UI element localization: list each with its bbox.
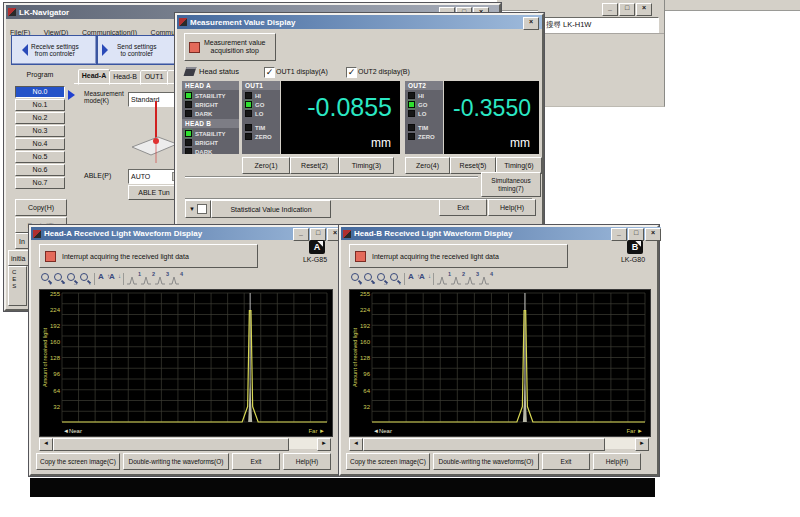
window-icon — [33, 230, 41, 238]
head-status-row: Head status — [185, 67, 239, 76]
horizontal-scrollbar[interactable]: ◄ ► — [349, 438, 649, 449]
dialog-titlebar[interactable]: Measurement Value Display — [177, 15, 542, 29]
zoom-horizontal-icon[interactable]: ↔ — [375, 272, 388, 286]
out1-unit: mm — [371, 136, 391, 150]
program-item-no-0[interactable]: No.0 — [15, 86, 65, 98]
led-label: BRIGHT — [195, 102, 218, 108]
zero1-button[interactable]: Zero(1) — [242, 157, 290, 174]
waveform-preset-2-icon[interactable]: 2 — [141, 272, 155, 286]
copy-button[interactable]: Copy(H) — [15, 199, 67, 216]
out2-display-checkbox[interactable]: ✓ — [346, 67, 357, 78]
zoom-in-icon[interactable]: + — [39, 272, 52, 286]
waveform-preset-1-icon[interactable]: 1 — [437, 272, 451, 286]
svg-text:160: 160 — [360, 339, 371, 345]
waveform-preset-4-icon[interactable]: 4 — [169, 272, 183, 286]
dialog-exit-button[interactable]: Exit — [439, 199, 487, 216]
lo-led-icon — [245, 110, 252, 117]
close-icon[interactable]: × — [523, 17, 539, 30]
program-item-no-5[interactable]: No.5 — [15, 151, 65, 163]
dialog-help-button[interactable]: Help(H) — [488, 199, 536, 216]
interrupt-label: Interrupt acquiring the received light d… — [62, 253, 189, 260]
head-icon — [184, 67, 197, 76]
program-item-no-1[interactable]: No.1 — [15, 99, 65, 111]
zoom-horizontal-icon[interactable]: ↔ — [65, 272, 78, 286]
led-label: DARK — [195, 111, 212, 117]
led-tim: TIM — [408, 124, 440, 131]
out1-led-panel: OUT1 HIGOLOTIMZERO — [242, 81, 280, 154]
waveform-help-button[interactable]: Help(H) — [593, 453, 641, 470]
stop-icon — [189, 42, 200, 53]
search-input[interactable]: 搜尋 LK-H1W — [543, 17, 659, 33]
environment-settings-button-clipped[interactable]: C E S — [8, 266, 27, 306]
svg-text:224: 224 — [50, 307, 61, 313]
dark-led-icon — [185, 148, 192, 154]
minimize-icon[interactable]: _ — [611, 228, 627, 241]
send-settings-button[interactable]: Send settings to controler — [97, 35, 183, 65]
scrollbar-thumb[interactable] — [53, 438, 289, 451]
timing3-button[interactable]: Timing(3) — [339, 157, 394, 174]
close-icon[interactable]: × — [636, 3, 652, 16]
svg-text:128: 128 — [360, 355, 371, 361]
simultaneous-timing-button[interactable]: Simultaneous timing(7) — [481, 172, 541, 197]
measurement-value-dialog: Measurement Value Display × Measurement … — [175, 13, 544, 226]
zoom-out-icon[interactable]: − — [362, 272, 375, 286]
scrollbar-thumb[interactable] — [363, 438, 605, 451]
waveform-preset-3-icon[interactable]: 3 — [155, 272, 169, 286]
waveform-preset-4-icon[interactable]: 4 — [479, 272, 493, 286]
zero4-button[interactable]: Zero(4) — [405, 157, 450, 174]
scroll-left-icon[interactable]: ◄ — [349, 438, 363, 451]
out2-unit: mm — [510, 136, 530, 150]
stability-led-icon — [185, 130, 192, 137]
interrupt-acquire-button[interactable]: Interrupt acquiring the received light d… — [349, 244, 568, 268]
led-label: STABILITY — [195, 93, 226, 99]
statistical-toggle-button[interactable]: ▼ — [185, 200, 211, 218]
led-zero: ZERO — [408, 133, 440, 140]
statistical-value-button[interactable]: Statistical Value Indication — [211, 200, 331, 218]
program-item-no-3[interactable]: No.3 — [15, 125, 65, 137]
svg-text:192: 192 — [50, 323, 61, 329]
interrupt-acquire-button[interactable]: Interrupt acquiring the received light d… — [39, 244, 258, 268]
zoom-vertical-icon[interactable]: ↕ — [78, 272, 91, 286]
svg-text:128: 128 — [50, 355, 61, 361]
hi-led-icon — [408, 92, 415, 99]
program-item-no-6[interactable]: No.6 — [15, 164, 65, 176]
minimize-icon[interactable]: _ — [293, 228, 309, 241]
reset2-button[interactable]: Reset(2) — [290, 157, 339, 174]
horizontal-scrollbar[interactable]: ◄ ► — [39, 438, 331, 449]
receive-settings-button[interactable]: Receive settings from controler — [11, 35, 97, 65]
scroll-left-icon[interactable]: ◄ — [39, 438, 53, 451]
double-writing-button[interactable]: Double-writing the waveforms(O) — [123, 453, 229, 470]
copy-screen-image-button[interactable]: Copy the screen image(C) — [346, 453, 430, 470]
waveform-preset-3-icon[interactable]: 3 — [465, 272, 479, 286]
double-writing-button[interactable]: Double-writing the waveforms(O) — [433, 453, 539, 470]
waveform-preset-1-icon[interactable]: 1 — [127, 272, 141, 286]
waveform-exit-button[interactable]: Exit — [232, 453, 280, 470]
program-item-no-2[interactable]: No.2 — [15, 112, 65, 124]
zoom-in-icon[interactable]: + — [349, 272, 362, 286]
copy-screen-image-button[interactable]: Copy the screen image(C) — [36, 453, 120, 470]
waveform-preset-2-icon[interactable]: 2 — [451, 272, 465, 286]
waveform-help-button[interactable]: Help(H) — [283, 453, 331, 470]
close-icon[interactable]: × — [645, 228, 661, 241]
svg-text:◄Near: ◄Near — [373, 428, 392, 434]
zoom-out-icon[interactable]: − — [52, 272, 65, 286]
dark-led-icon — [185, 110, 192, 117]
zoom-vertical-icon[interactable]: ↕ — [388, 272, 401, 286]
waveform-exit-button[interactable]: Exit — [542, 453, 590, 470]
led-label: TIM — [255, 125, 265, 131]
minimize-icon[interactable]: _ — [602, 3, 618, 16]
svg-text:Amount of received light: Amount of received light — [42, 328, 48, 387]
out1-display-checkbox[interactable]: ✓ — [264, 67, 275, 78]
program-item-no-7[interactable]: No.7 — [15, 177, 65, 189]
scale-down-icon[interactable]: A↓ — [109, 272, 120, 286]
scale-up-icon[interactable]: A↑ — [408, 272, 419, 286]
program-item-no-4[interactable]: No.4 — [15, 138, 65, 150]
maximize-icon[interactable]: □ — [619, 3, 635, 16]
measurement-stop-button[interactable]: Measurement value acquisition stop — [184, 33, 276, 61]
scale-up-icon[interactable]: A↑ — [98, 272, 109, 286]
scale-down-icon[interactable]: A↓ — [419, 272, 430, 286]
scroll-right-icon[interactable]: ► — [635, 438, 649, 451]
svg-text:255: 255 — [50, 291, 61, 297]
able-tuning-button-clipped[interactable]: ABLE Tun — [128, 185, 180, 200]
scroll-right-icon[interactable]: ► — [317, 438, 331, 451]
